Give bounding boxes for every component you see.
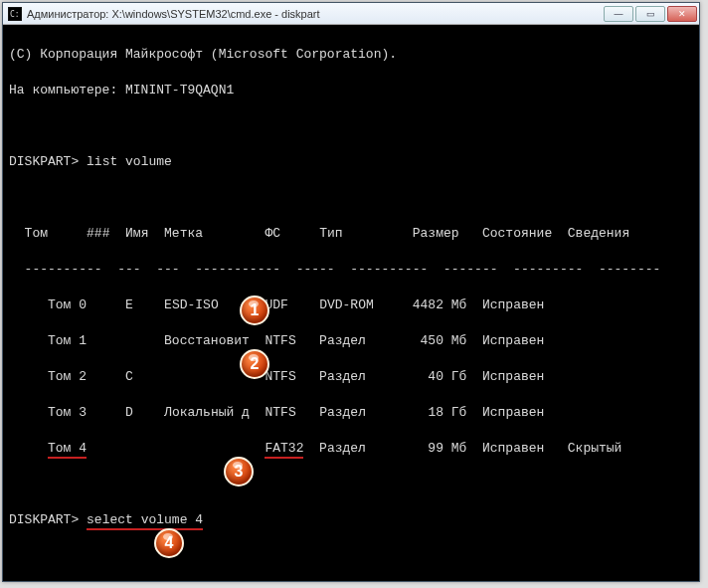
table-divider: ---------- --- --- ----------- ----- ---…: [9, 261, 693, 279]
cmd-list-volume: DISKPART> list volume: [9, 153, 693, 171]
window-title: Администратор: X:\windows\SYSTEM32\cmd.e…: [27, 8, 602, 20]
table-row: Том 0 E ESD-ISO UDF DVD-ROM 4482 Мб Испр…: [9, 296, 693, 314]
table-row: Том 4 FAT32 Раздел 99 Мб Исправен Скрыты…: [9, 440, 693, 458]
close-button[interactable]: ✕: [667, 6, 697, 22]
window-controls: — ▭ ✕: [602, 6, 697, 22]
table-row: Том 1 Восстановит NTFS Раздел 450 Мб Исп…: [9, 332, 693, 350]
cmd-select-volume: DISKPART> select volume 4: [9, 511, 693, 529]
titlebar[interactable]: C: Администратор: X:\windows\SYSTEM32\cm…: [3, 3, 699, 25]
step-badge-1: 1: [240, 295, 269, 325]
step-badge-3: 3: [224, 457, 254, 487]
terminal[interactable]: (C) Корпорация Майкрософт (Microsoft Cor…: [3, 25, 699, 581]
table-row: Том 3 D Локальный д NTFS Раздел 18 Гб Ис…: [9, 404, 693, 422]
table-row: Том 2 C NTFS Раздел 40 Гб Исправен: [9, 368, 693, 386]
table-header: Том ### Имя Метка ФС Тип Размер Состояни…: [9, 225, 693, 243]
step-badge-2: 2: [240, 349, 269, 379]
cmd-icon: C:: [7, 6, 23, 22]
copyright-line: (C) Корпорация Майкрософт (Microsoft Cor…: [9, 46, 693, 64]
svg-text:C:: C:: [10, 10, 20, 19]
minimize-button[interactable]: —: [604, 6, 633, 22]
maximize-button[interactable]: ▭: [635, 6, 665, 22]
cmd-window: C: Администратор: X:\windows\SYSTEM32\cm…: [2, 2, 700, 582]
step-badge-4: 4: [154, 528, 184, 558]
computer-line: На компьютере: MININT-T9QAQN1: [9, 82, 693, 99]
